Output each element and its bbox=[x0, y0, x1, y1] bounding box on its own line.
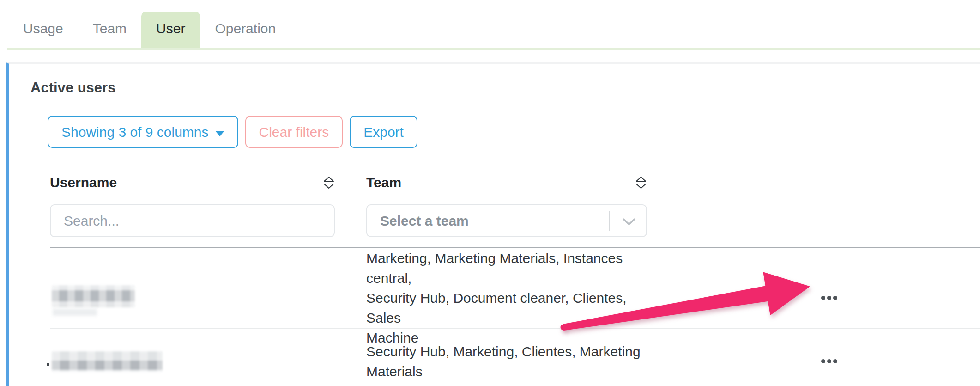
team-cell: Security Hub, Marketing, Clientes, Marke… bbox=[366, 342, 647, 381]
active-users-card: Active users Showing 3 of 9 columns Clea… bbox=[6, 62, 980, 386]
select-divider bbox=[609, 211, 610, 231]
blurred-username-subline bbox=[53, 309, 97, 316]
table-filter-row: Select a team bbox=[50, 204, 980, 237]
table-row: Marketing, Marketing Materials, Instance… bbox=[50, 248, 980, 329]
blurred-username-leading-dot bbox=[47, 363, 49, 366]
column-header-username: Username bbox=[50, 175, 335, 190]
team-line: Security Hub, Document cleaner, Clientes… bbox=[366, 288, 647, 328]
tab-operation[interactable]: Operation bbox=[200, 12, 290, 48]
team-cell: Marketing, Marketing Materials, Instance… bbox=[366, 248, 647, 348]
blurred-username bbox=[52, 351, 163, 372]
clear-filters-button[interactable]: Clear filters bbox=[245, 116, 343, 148]
username-cell-blurred bbox=[50, 281, 335, 316]
sort-icon[interactable] bbox=[635, 176, 647, 190]
column-header-actions bbox=[678, 175, 980, 190]
columns-dropdown-button[interactable]: Showing 3 of 9 columns bbox=[48, 116, 238, 148]
section-title: Active users bbox=[30, 80, 980, 96]
columns-dropdown-label: Showing 3 of 9 columns bbox=[61, 124, 209, 140]
tab-underline-bar bbox=[7, 48, 980, 50]
actions-cell bbox=[678, 291, 980, 305]
column-header-username-label: Username bbox=[50, 175, 117, 190]
table-header-row: Username Team bbox=[50, 175, 980, 190]
blurred-username bbox=[52, 285, 135, 307]
column-header-team: Team bbox=[366, 175, 647, 190]
tab-bar: Usage Team User Operation bbox=[0, 0, 980, 48]
username-cell-blurred bbox=[50, 351, 335, 372]
more-options-icon[interactable] bbox=[817, 291, 842, 305]
column-header-team-label: Team bbox=[366, 175, 401, 190]
caret-down-icon bbox=[215, 131, 224, 136]
team-line: Marketing, Marketing Materials, Instance… bbox=[366, 248, 647, 288]
team-select[interactable]: Select a team bbox=[366, 204, 647, 237]
actions-cell bbox=[678, 355, 980, 368]
team-line: Security Hub, Marketing, Clientes, Marke… bbox=[366, 342, 647, 361]
tab-user[interactable]: User bbox=[141, 12, 200, 48]
tab-team[interactable]: Team bbox=[78, 12, 141, 48]
table-toolbar: Showing 3 of 9 columns Clear filters Exp… bbox=[48, 116, 980, 148]
chevron-down-icon bbox=[622, 218, 636, 226]
username-search-input[interactable] bbox=[50, 204, 335, 237]
team-line: Materials bbox=[366, 361, 647, 381]
sort-icon[interactable] bbox=[323, 176, 335, 190]
tab-usage[interactable]: Usage bbox=[8, 12, 78, 48]
team-select-placeholder: Select a team bbox=[380, 213, 469, 229]
export-button[interactable]: Export bbox=[350, 116, 417, 148]
more-options-icon[interactable] bbox=[817, 355, 842, 368]
